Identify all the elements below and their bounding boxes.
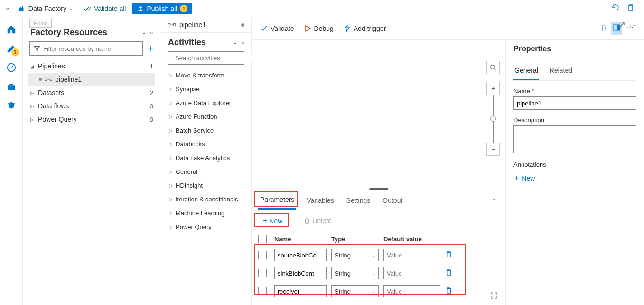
tree-item[interactable]: pipeline1: [28, 73, 155, 86]
search-activities-wrapper[interactable]: [168, 51, 244, 65]
row-checkbox[interactable]: [258, 287, 267, 295]
activity-category[interactable]: ▷HDInsight: [168, 179, 244, 192]
add-resource-button[interactable]: +: [147, 42, 154, 55]
activity-category-label: Synapse: [176, 86, 200, 93]
activity-category[interactable]: ▷Azure Data Explorer: [168, 96, 244, 110]
add-trigger-button[interactable]: Add trigger: [343, 25, 386, 32]
open-pipeline-tab[interactable]: pipeline1: [161, 17, 251, 33]
param-default-input[interactable]: [383, 285, 440, 297]
param-type-select[interactable]: String⌄: [331, 285, 379, 297]
resources-collapse-icon[interactable]: «: [150, 29, 153, 36]
plus-icon: +: [263, 217, 267, 225]
activity-category[interactable]: ▷Databricks: [168, 137, 244, 151]
param-default-input[interactable]: [383, 249, 440, 261]
tree-group[interactable]: ▷Datasets2: [28, 86, 155, 99]
validate-all-button[interactable]: Validate all: [79, 3, 131, 14]
activity-category[interactable]: ▷Machine Learning: [168, 206, 244, 220]
activity-category[interactable]: ▷General: [168, 165, 244, 179]
brand-label: Data Factory: [28, 5, 66, 12]
activity-category[interactable]: ▷Data Lake Analytics: [168, 151, 244, 165]
code-view-button[interactable]: {}: [600, 22, 608, 35]
param-name-input[interactable]: [274, 267, 327, 279]
validate-button[interactable]: Validate: [260, 25, 294, 32]
discard-button[interactable]: [625, 2, 636, 15]
rail-home[interactable]: [3, 21, 20, 38]
tree-group-count: 2: [150, 89, 153, 96]
tree-group[interactable]: ▷Power Query0: [28, 113, 155, 126]
activity-category[interactable]: ▷Iteration & conditionals: [168, 192, 244, 206]
activities-collapse-icon[interactable]: «: [241, 39, 244, 46]
row-delete-button[interactable]: [445, 287, 452, 295]
bottom-tab-parameters[interactable]: Parameters: [258, 193, 296, 210]
activity-category[interactable]: ▷Azure Function: [168, 110, 244, 124]
row-delete-button[interactable]: [445, 269, 452, 277]
properties-more-button[interactable]: ⋯: [630, 22, 636, 30]
activity-category[interactable]: ▷Power Query: [168, 220, 244, 234]
debug-button[interactable]: Debug: [304, 25, 334, 32]
data-factory-icon: [17, 4, 26, 13]
caret-right-icon: ▷: [30, 117, 35, 122]
rail-learn[interactable]: [3, 97, 20, 114]
activity-category[interactable]: ▷Synapse: [168, 82, 244, 96]
data-factory-dropdown[interactable]: Data Factory ⌄: [13, 2, 77, 15]
activity-category-label: Azure Data Explorer: [176, 99, 231, 106]
refresh-button[interactable]: [610, 2, 621, 15]
filter-resources-input[interactable]: [43, 45, 139, 52]
tree-group-count: 0: [150, 116, 153, 123]
activities-expand-icon[interactable]: ⌄: [233, 39, 237, 46]
zoom-thumb[interactable]: [490, 116, 496, 122]
pipeline-description-input[interactable]: [513, 125, 636, 153]
filter-resources-input-wrapper[interactable]: [29, 41, 143, 56]
param-name-input[interactable]: [274, 285, 327, 297]
zoom-slider[interactable]: [493, 95, 494, 143]
resources-expand-icon[interactable]: ⌄: [142, 29, 146, 36]
caret-right-icon: ▷: [169, 100, 173, 105]
braces-icon: {}: [602, 24, 606, 31]
tree-group-label: Data flows: [38, 102, 69, 110]
home-tab-chip[interactable]: Home: [29, 19, 52, 28]
properties-tab-related[interactable]: Related: [549, 64, 573, 80]
double-chevron-right-icon[interactable]: »: [4, 3, 11, 14]
tree-group[interactable]: ◢Pipelines1: [28, 59, 155, 73]
rail-monitor[interactable]: [3, 59, 20, 76]
rail-manage[interactable]: [3, 78, 20, 95]
row-checkbox[interactable]: [258, 251, 267, 259]
rail-author[interactable]: 1: [3, 40, 20, 57]
chevron-down-icon: ⌄: [69, 6, 73, 11]
new-parameter-button[interactable]: +New: [258, 215, 287, 227]
bottom-tab-variables[interactable]: Variables: [305, 194, 336, 209]
play-icon: [304, 25, 311, 32]
zoom-out-button[interactable]: −: [486, 143, 500, 156]
publish-all-button[interactable]: Publish all 1: [132, 3, 192, 14]
activity-category[interactable]: ▷Batch Service: [168, 124, 244, 137]
param-type-select[interactable]: String⌄: [331, 249, 379, 261]
properties-tab-general[interactable]: General: [513, 64, 539, 80]
bottom-tab-settings[interactable]: Settings: [345, 194, 373, 209]
activity-category[interactable]: ▷Move & transform: [168, 68, 244, 82]
pipeline-icon: [45, 76, 52, 82]
search-activities-input[interactable]: [175, 55, 255, 62]
row-delete-button[interactable]: [445, 251, 452, 259]
activity-category-label: Azure Function: [176, 113, 217, 120]
canvas-search-button[interactable]: [486, 61, 500, 74]
parameter-row: String⌄: [258, 246, 499, 264]
new-annotation-button[interactable]: +New: [513, 172, 636, 184]
param-type-select[interactable]: String⌄: [331, 267, 379, 279]
tree-group-count: 1: [150, 63, 153, 70]
activity-category-label: Iteration & conditionals: [176, 196, 238, 203]
tree-group[interactable]: ▷Data flows0: [28, 99, 155, 113]
svg-rect-6: [50, 78, 52, 80]
select-all-checkbox[interactable]: [258, 235, 267, 243]
column-default-header: Default value: [383, 236, 440, 243]
trash-icon: [304, 218, 310, 224]
bottom-collapse-button[interactable]: ⌃: [489, 196, 499, 207]
zoom-in-button[interactable]: +: [486, 82, 500, 95]
svg-rect-0: [19, 8, 23, 11]
param-default-input[interactable]: [383, 267, 440, 279]
row-checkbox[interactable]: [258, 269, 267, 277]
bottom-tab-output[interactable]: Output: [381, 194, 404, 209]
expand-properties-button[interactable]: [618, 22, 625, 30]
param-name-input[interactable]: [274, 249, 327, 261]
pipeline-name-input[interactable]: [513, 96, 636, 110]
pipeline-canvas[interactable]: + − ParametersVariablesSettingsOutput⌃: [252, 40, 505, 305]
